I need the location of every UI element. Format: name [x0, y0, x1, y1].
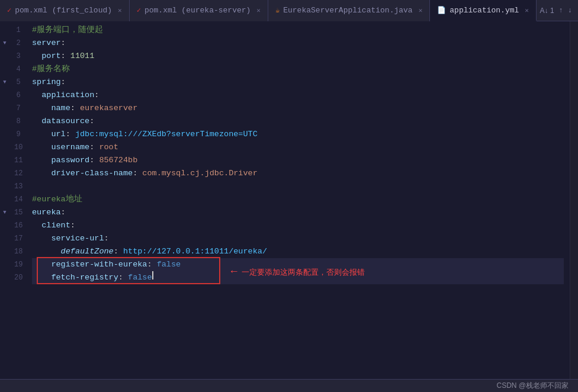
- fold-indicator-10: [1, 141, 9, 154]
- tab1-close[interactable]: ✕: [118, 7, 122, 14]
- tab-application-yml[interactable]: 📄 application.yml ✕: [430, 0, 537, 21]
- line-number-5: 5: [14, 76, 23, 89]
- tab-bar: ✓ pom.xml (first_cloud) ✕ ✓ pom.xml (eur…: [0, 0, 578, 21]
- line-number-8: 8: [14, 115, 23, 128]
- fold-indicator-14: [1, 193, 9, 206]
- line-numbers: 1234567891011121314151617181920: [9, 21, 26, 379]
- tab-pom-eureka-server[interactable]: ✓ pom.xml (eureka-server) ✕: [130, 0, 268, 21]
- yml-icon-tab4: 📄: [437, 6, 446, 15]
- tab4-close[interactable]: ✕: [525, 7, 529, 14]
- line-number-14: 14: [14, 193, 23, 206]
- tab-eureka-app-java[interactable]: ☕ EurekaServerApplication.java ✕: [268, 0, 430, 21]
- editor-area: ▼▼▼ 1234567891011121314151617181920 #服务端…: [0, 21, 578, 379]
- tab3-label: EurekaServerApplication.java: [283, 6, 412, 15]
- fold-indicator-19: [1, 258, 9, 271]
- java-icon-tab3: ☕: [275, 6, 280, 15]
- fold-indicator-20: [1, 271, 9, 284]
- code-line-8: datasource:: [32, 115, 564, 128]
- fold-indicator-5[interactable]: ▼: [1, 76, 9, 89]
- tab2-close[interactable]: ✕: [256, 7, 261, 14]
- line-number-13: 13: [14, 180, 23, 193]
- fold-indicator-7: [1, 102, 9, 115]
- fold-indicator-1: [1, 24, 9, 37]
- code-line-9: url: jdbc:mysql:///ZXEdb?serverTimezone=…: [32, 128, 564, 141]
- code-line-14: #eureka地址: [32, 193, 564, 206]
- code-line-13: [32, 180, 564, 193]
- v-icon-tab1: ✓: [7, 6, 11, 15]
- code-line-12: driver-class-name: com.mysql.cj.jdbc.Dri…: [32, 167, 564, 180]
- code-line-1: #服务端口，随便起: [32, 24, 564, 37]
- text-cursor: [152, 271, 153, 279]
- fold-indicator-6: [1, 89, 9, 102]
- tab1-label: pom.xml (first_cloud): [15, 6, 112, 15]
- annotation-text: ← 一定要添加这两条配置，否则会报错: [229, 265, 365, 278]
- code-line-15: eureka:: [32, 206, 564, 219]
- scrollbar[interactable]: [570, 21, 578, 379]
- code-line-17: service-url:: [32, 232, 564, 245]
- fold-indicator-4: [1, 63, 9, 76]
- tab3-close[interactable]: ✕: [419, 7, 423, 14]
- line-number-9: 9: [14, 128, 23, 141]
- code-line-11: password: 856724bb: [32, 154, 564, 167]
- line-number-17: 17: [14, 232, 23, 245]
- tab4-label: application.yml: [449, 6, 519, 15]
- fold-column: ▼▼▼: [0, 21, 9, 379]
- line-number-20: 20: [14, 271, 23, 284]
- code-content[interactable]: #服务端口，随便起server: port: 11011#服务名称spring:…: [26, 21, 570, 379]
- fold-indicator-9: [1, 128, 9, 141]
- fold-indicator-16: [1, 219, 9, 232]
- v-icon-tab2: ✓: [137, 6, 141, 15]
- tab-bar-actions: A↓ 1 ↑ ↓: [540, 7, 578, 15]
- watermark-text: CSDN @栈老师不回家: [496, 381, 569, 391]
- status-bar: CSDN @栈老师不回家: [0, 379, 578, 392]
- code-line-10: username: root: [32, 141, 564, 154]
- line-number-12: 12: [14, 167, 23, 180]
- code-line-5: spring:: [32, 76, 564, 89]
- tab-pom-first-cloud[interactable]: ✓ pom.xml (first_cloud) ✕: [0, 0, 130, 21]
- scroll-down-button[interactable]: ↓: [568, 7, 572, 15]
- code-line-3: port: 11011: [32, 50, 564, 63]
- line-number-18: 18: [14, 245, 23, 258]
- line-number-6: 6: [14, 89, 23, 102]
- line-number-16: 16: [14, 219, 23, 232]
- line-number-10: 10: [14, 141, 23, 154]
- fold-indicator-11: [1, 154, 9, 167]
- line-number-3: 3: [14, 50, 23, 63]
- code-line-4: #服务名称: [32, 63, 564, 76]
- fold-indicator-12: [1, 167, 9, 180]
- fold-indicator-18: [1, 245, 9, 258]
- code-line-2: server:: [32, 37, 564, 50]
- line-number-11: 11: [14, 154, 23, 167]
- fold-indicator-17: [1, 232, 9, 245]
- fold-indicator-15[interactable]: ▼: [1, 206, 9, 219]
- line-number-4: 4: [14, 63, 23, 76]
- fold-indicator-3: [1, 50, 9, 63]
- line-number-7: 7: [14, 102, 23, 115]
- scroll-up-button[interactable]: ↑: [559, 7, 563, 15]
- line-number-1: 1: [14, 24, 23, 37]
- tab2-label: pom.xml (eureka-server): [144, 6, 251, 15]
- editor-container: ✓ pom.xml (first_cloud) ✕ ✓ pom.xml (eur…: [0, 0, 578, 392]
- code-line-18: defaultZone: http://127.0.0.1:11011/eure…: [32, 245, 564, 258]
- fold-indicator-13: [1, 180, 9, 193]
- code-line-6: application:: [32, 89, 564, 102]
- line-number-15: 15: [14, 206, 23, 219]
- fold-indicator-2[interactable]: ▼: [1, 37, 9, 50]
- line-number-19: 19: [14, 258, 23, 271]
- code-line-16: client:: [32, 219, 564, 232]
- fold-indicator-8: [1, 115, 9, 128]
- code-line-7: name: eurekaserver: [32, 102, 564, 115]
- occurrence-indicator: A↓ 1: [540, 7, 554, 15]
- line-number-2: 2: [14, 37, 23, 50]
